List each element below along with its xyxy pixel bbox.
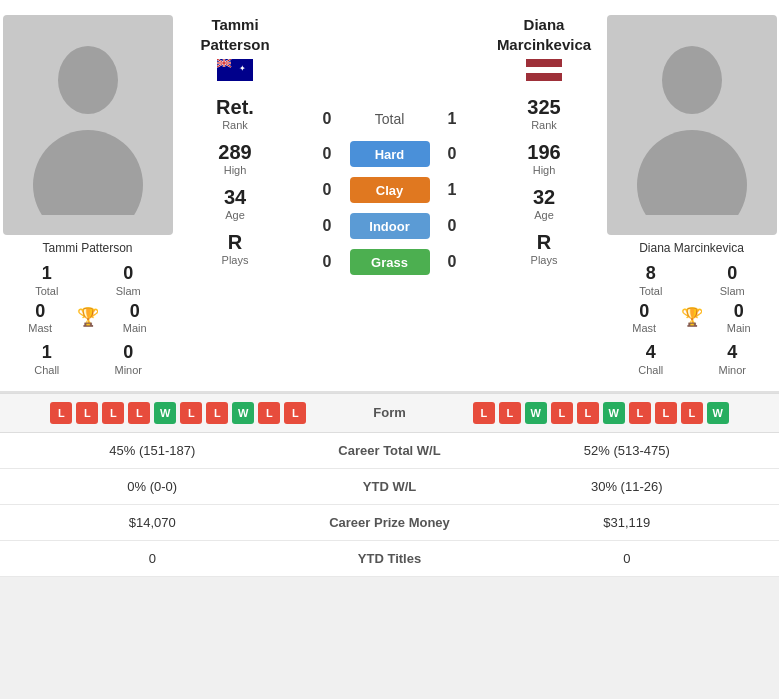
left-total-label: Total <box>8 285 86 297</box>
top-section: Tammi Patterson 1 Total 0 Slam 0 Mast <box>0 0 779 393</box>
left-chall-value: 1 <box>8 342 86 364</box>
left-chall-cell: 1 Chall <box>8 342 86 376</box>
left-bottom-stats: 1 Chall 0 Minor <box>8 342 167 376</box>
right-slam-label: Slam <box>694 285 772 297</box>
comparison-left-0: 45% (151-187) <box>15 443 290 458</box>
right-player-name: Diana Marcinkevica <box>639 241 744 255</box>
svg-point-1 <box>33 130 143 215</box>
form-badge-w: W <box>154 402 176 424</box>
comparison-left-3: 0 <box>15 551 290 566</box>
grass-left-score: 0 <box>315 253 340 271</box>
right-age-stat: 32 Age <box>533 186 555 221</box>
right-rank-value: 325 <box>527 96 560 119</box>
australia-flag: ✦ <box>217 59 253 81</box>
center-courts-panel: 0 Total 1 0 Hard 0 0 Clay 1 0 Indoor 0 0 <box>295 10 484 381</box>
right-minor-cell: 4 Minor <box>694 342 772 376</box>
main-container: Tammi Patterson 1 Total 0 Slam 0 Mast <box>0 0 779 577</box>
right-main-label: Main <box>707 322 772 334</box>
form-badge-l: L <box>180 402 202 424</box>
right-player-panel: Diana Marcinkevica 8 Total 0 Slam 0 Mast… <box>604 10 779 381</box>
comparison-right-3: 0 <box>490 551 765 566</box>
right-high-label: High <box>527 164 560 176</box>
right-player-name-top: DianaMarcinkevica <box>497 15 591 54</box>
left-high-stat: 289 High <box>218 141 251 176</box>
total-label: Total <box>350 111 430 127</box>
svg-point-0 <box>58 46 118 114</box>
right-main-value: 0 <box>707 301 772 323</box>
left-high-value: 289 <box>218 141 251 164</box>
grass-right-score: 0 <box>440 253 465 271</box>
left-player-name-top: TammiPatterson <box>200 15 269 54</box>
left-plays-label: Plays <box>222 254 249 266</box>
form-badge-w: W <box>525 402 547 424</box>
left-main-value: 0 <box>103 301 168 323</box>
right-minor-value: 4 <box>694 342 772 364</box>
right-bottom-stats: 4 Chall 4 Minor <box>612 342 771 376</box>
form-badge-l: L <box>258 402 280 424</box>
comparison-right-0: 52% (513-475) <box>490 443 765 458</box>
trophy-icon-right: 🏆 <box>681 306 703 328</box>
form-badge-w: W <box>603 402 625 424</box>
left-rank-value: Ret. <box>216 96 254 119</box>
left-slam-cell: 0 Slam <box>90 263 168 297</box>
left-minor-value: 0 <box>90 342 168 364</box>
form-badge-l: L <box>577 402 599 424</box>
comparison-left-1: 0% (0-0) <box>15 479 290 494</box>
form-badge-l: L <box>473 402 495 424</box>
right-total-value: 8 <box>612 263 690 285</box>
comparison-right-2: $31,119 <box>490 515 765 530</box>
form-badge-l: L <box>655 402 677 424</box>
svg-rect-14 <box>526 67 562 73</box>
left-high-label: High <box>218 164 251 176</box>
left-total-value: 1 <box>8 263 86 285</box>
hard-left-score: 0 <box>315 145 340 163</box>
left-player-name: Tammi Patterson <box>42 241 132 255</box>
svg-point-16 <box>637 130 747 215</box>
right-slam-value: 0 <box>694 263 772 285</box>
indoor-left-score: 0 <box>315 217 340 235</box>
right-mid-panel: DianaMarcinkevica 325 Rank 196 High 32 A… <box>484 10 604 381</box>
left-form-badges: LLLLWLLWLL <box>15 402 342 424</box>
form-badge-l: L <box>499 402 521 424</box>
right-total-label: Total <box>612 285 690 297</box>
total-row: 0 Total 1 <box>315 110 465 128</box>
comparison-right-1: 30% (11-26) <box>490 479 765 494</box>
left-total-cell: 1 Total <box>8 263 86 297</box>
trophy-icon-left: 🏆 <box>77 306 99 328</box>
right-age-value: 32 <box>533 186 555 209</box>
left-age-label: Age <box>224 209 246 221</box>
right-chall-cell: 4 Chall <box>612 342 690 376</box>
right-main-cell: 0 Main <box>707 301 772 335</box>
form-badge-l: L <box>629 402 651 424</box>
form-badge-w: W <box>707 402 729 424</box>
right-rank-label: Rank <box>527 119 560 131</box>
indoor-court-badge: Indoor <box>350 213 430 239</box>
comparison-center-2: Career Prize Money <box>290 515 490 530</box>
form-badge-l: L <box>284 402 306 424</box>
left-minor-label: Minor <box>90 364 168 376</box>
clay-right-score: 1 <box>440 181 465 199</box>
left-player-panel: Tammi Patterson 1 Total 0 Slam 0 Mast <box>0 10 175 381</box>
comparison-row-2: $14,070 Career Prize Money $31,119 <box>0 505 779 541</box>
form-badge-l: L <box>128 402 150 424</box>
grass-court-badge: Grass <box>350 249 430 275</box>
left-slam-label: Slam <box>90 285 168 297</box>
right-plays-stat: R Plays <box>531 231 558 266</box>
hard-court-badge: Hard <box>350 141 430 167</box>
left-main-label: Main <box>103 322 168 334</box>
right-slam-cell: 0 Slam <box>694 263 772 297</box>
left-mid-panel: TammiPatterson ✦ <box>175 10 295 381</box>
form-badge-l: L <box>551 402 573 424</box>
left-mast-cell: 0 Mast <box>8 301 73 335</box>
comparison-row-1: 0% (0-0) YTD W/L 30% (11-26) <box>0 469 779 505</box>
left-chall-label: Chall <box>8 364 86 376</box>
clay-left-score: 0 <box>315 181 340 199</box>
right-rank-stat: 325 Rank <box>527 96 560 131</box>
left-rank-stat: Ret. Rank <box>216 96 254 131</box>
comparison-center-3: YTD Titles <box>290 551 490 566</box>
right-trophy-row: 0 Mast 🏆 0 Main <box>612 301 771 335</box>
total-right-score: 1 <box>440 110 465 128</box>
left-mast-value: 0 <box>8 301 73 323</box>
form-label: Form <box>350 405 430 420</box>
left-player-photo <box>3 15 173 235</box>
